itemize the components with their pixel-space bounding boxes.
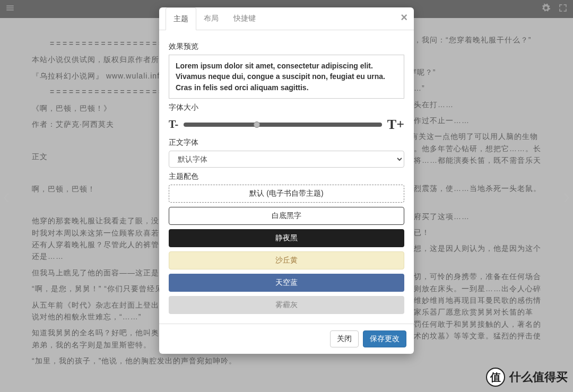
watermark-text: 什么值得买: [509, 369, 568, 385]
tab-layout[interactable]: 布局: [196, 7, 226, 30]
fontsize-label: 字体大小: [169, 103, 404, 112]
theme-foggray-button[interactable]: 雾霾灰: [169, 296, 404, 314]
theme-sand-button[interactable]: 沙丘黄: [169, 251, 404, 269]
prev-page-button[interactable]: ‹: [0, 184, 17, 208]
tab-shortcut[interactable]: 快捷键: [226, 7, 263, 30]
tab-theme[interactable]: 主题: [166, 7, 196, 30]
settings-modal: 主题 布局 快捷键 × 效果预览 Lorem ipsum dolor sit a…: [159, 7, 414, 354]
fontfamily-label: 正文字体: [169, 138, 404, 147]
preview-label: 效果预览: [169, 42, 404, 51]
preview-box: Lorem ipsum dolor sit amet, consectetur …: [169, 55, 404, 99]
close-button[interactable]: 关闭: [330, 330, 359, 347]
font-increase-icon[interactable]: T+: [387, 117, 404, 133]
watermark-badge-icon: 值: [486, 368, 505, 387]
close-icon[interactable]: ×: [401, 11, 407, 24]
theme-default-button[interactable]: 默认 (电子书自带主题): [169, 185, 404, 203]
theme-whiteblack-button[interactable]: 白底黑字: [169, 207, 404, 225]
theme-skyblue-button[interactable]: 天空蓝: [169, 274, 404, 292]
font-decrease-icon[interactable]: T-: [169, 118, 178, 130]
theme-nightblack-button[interactable]: 静夜黑: [169, 229, 404, 247]
watermark: 值 什么值得买: [486, 368, 568, 387]
fontsize-slider[interactable]: [184, 123, 382, 127]
next-page-button[interactable]: ›: [556, 184, 573, 208]
scheme-label: 主题配色: [169, 172, 404, 181]
save-button[interactable]: 保存更改: [363, 330, 406, 347]
slider-thumb[interactable]: [254, 121, 260, 128]
fontfamily-select[interactable]: 默认字体: [169, 151, 404, 168]
modal-tabs: 主题 布局 快捷键 ×: [159, 7, 414, 30]
